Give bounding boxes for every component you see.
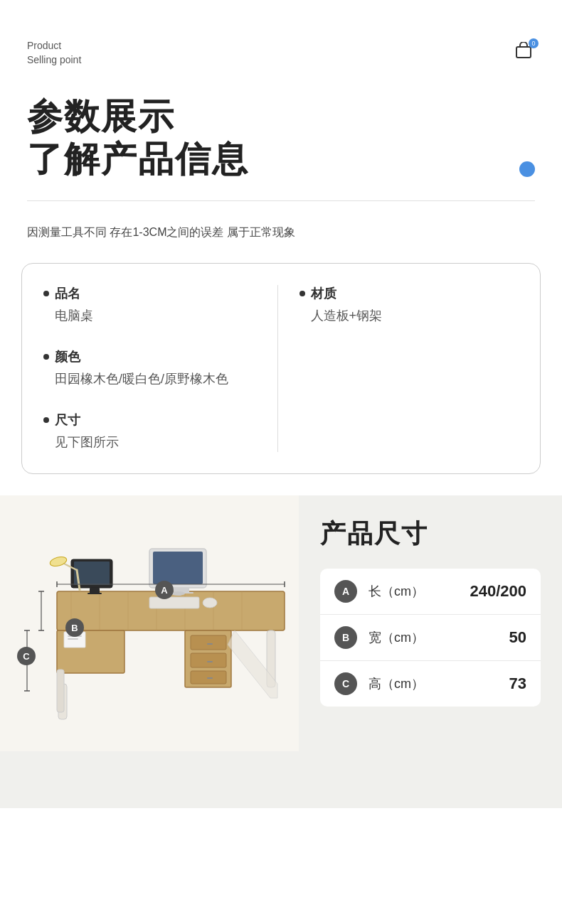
dim-label-text-b: 宽（cm）	[369, 629, 498, 646]
dim-value-b: 50	[509, 628, 526, 647]
dim-row-c: C 高（cm） 73	[320, 661, 541, 707]
bullet-color	[43, 354, 49, 360]
panel-title: 产品尺寸	[320, 517, 541, 552]
info-card: 品名 电脑桌 颜色 田园橡木色/暖白色/原野橡木色 尺寸 见下图所示	[21, 263, 541, 474]
svg-rect-12	[191, 653, 226, 667]
info-item-color: 颜色 田园橡木色/暖白色/原野橡木色	[43, 348, 263, 389]
notice-text: 因测量工具不同 存在1-3CM之间的误差 属于正常现象	[0, 214, 562, 256]
dimensions-panel: 产品尺寸 A 长（cm） 240/200 B 宽（cm） 50 C 高（cm） …	[299, 495, 562, 751]
info-col-left: 品名 电脑桌 颜色 田园橡木色/暖白色/原野橡木色 尺寸 见下图所示	[43, 285, 278, 452]
bullet-size	[43, 417, 49, 423]
info-label-name: 品名	[43, 285, 263, 302]
svg-point-30	[203, 598, 217, 608]
info-value-color: 田园橡木色/暖白色/原野橡木色	[43, 370, 263, 389]
header: Product Selling point 0	[0, 0, 562, 81]
dim-circle-b: B	[334, 626, 357, 649]
bottom-section	[0, 751, 562, 808]
section-divider	[27, 200, 535, 201]
info-item-material: 材质 人造板+钢架	[299, 285, 519, 326]
dim-row-a: A 长（cm） 240/200	[320, 569, 541, 615]
cart-badge: 0	[529, 38, 539, 48]
svg-rect-19	[57, 670, 64, 712]
info-value-name: 电脑桌	[43, 306, 263, 326]
svg-rect-25	[153, 552, 203, 584]
info-label-color: 颜色	[43, 348, 263, 365]
info-item-name: 品名 电脑桌	[43, 285, 263, 326]
dimensions-section: A B C 产品尺寸 A 长（cm） 240/200 B 宽（cm） 50 C …	[0, 495, 562, 751]
dim-value-a: 240/200	[470, 582, 526, 601]
svg-rect-29	[149, 597, 199, 608]
info-col-right: 材质 人造板+钢架	[278, 285, 519, 452]
title-line1: 参数展示	[27, 95, 535, 138]
bullet-material	[299, 291, 305, 296]
dim-circle-c: C	[334, 672, 357, 695]
title-line2: 了解产品信息	[27, 138, 535, 181]
cart-button[interactable]: 0	[515, 42, 535, 63]
dim-row-b: B 宽（cm） 50	[320, 615, 541, 661]
header-title: Product Selling point	[27, 39, 81, 67]
dim-value-c: 73	[509, 675, 526, 693]
desk-illustration: A B C	[14, 513, 285, 734]
info-columns: 品名 电脑桌 颜色 田园橡木色/暖白色/原野橡木色 尺寸 见下图所示	[43, 285, 519, 452]
dimensions-table: A 长（cm） 240/200 B 宽（cm） 50 C 高（cm） 73	[320, 569, 541, 707]
info-label-material: 材质	[299, 285, 519, 302]
svg-rect-23	[88, 593, 102, 594]
info-label-size: 尺寸	[43, 412, 263, 429]
svg-rect-36	[68, 638, 78, 640]
svg-rect-11	[191, 635, 226, 650]
selling-label: Selling point	[27, 53, 81, 68]
info-value-material: 人造板+钢架	[299, 306, 519, 326]
bullet-name	[43, 291, 49, 296]
svg-rect-0	[516, 47, 531, 58]
dim-label-text-a: 长（cm）	[369, 583, 458, 600]
dim-label-text-c: 高（cm）	[369, 675, 498, 692]
product-label: Product	[27, 39, 81, 53]
info-value-size: 见下图所示	[43, 433, 263, 452]
product-image-area: A B C	[0, 495, 299, 751]
dim-circle-a: A	[334, 580, 357, 603]
svg-rect-22	[90, 588, 100, 593]
main-title-section: 参数展示 了解产品信息	[0, 81, 562, 188]
info-item-size: 尺寸 见下图所示	[43, 412, 263, 452]
desk-svg	[14, 513, 292, 734]
svg-point-33	[49, 555, 68, 568]
